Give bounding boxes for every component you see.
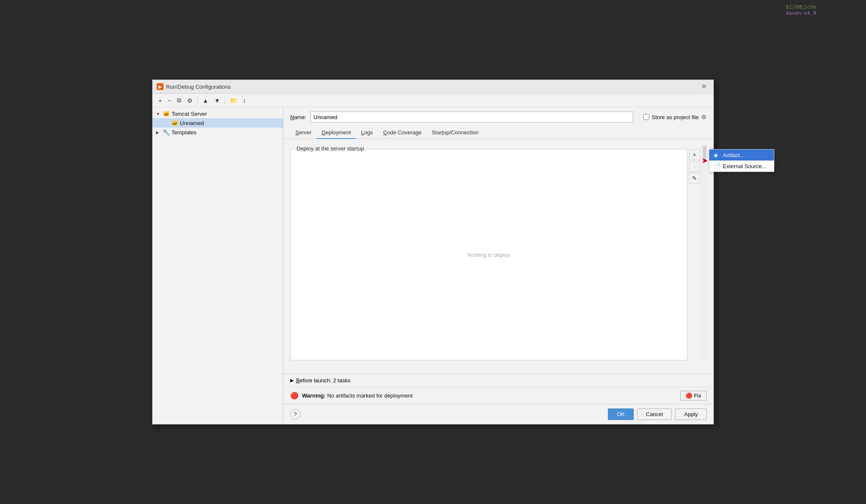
tomcat-server-label: Tomcat Server: [172, 111, 207, 117]
add-config-button[interactable]: +: [156, 96, 164, 105]
gear-icon[interactable]: ⚙: [701, 114, 707, 120]
move-down-artifact-button[interactable]: ↓: [689, 161, 700, 172]
external-source-label: External Source...: [723, 163, 766, 169]
tree-arrow-templates: ▶: [156, 130, 161, 135]
apply-button[interactable]: Apply: [675, 409, 707, 420]
dropdown-arrow-icon: ➤: [702, 156, 708, 165]
cancel-button[interactable]: Cancel: [637, 409, 672, 420]
dialog-body: ▼ 🐱 Tomcat Server 🐱 Unnamed ▶ 🔧 Template…: [153, 107, 713, 424]
external-source-icon: 📄: [713, 163, 720, 169]
toolbar: + − ⧉ ⚙ ▲ ▼ 📁 ↕: [153, 94, 713, 107]
before-launch-toggle[interactable]: ▶: [290, 378, 294, 383]
tabs-bar: Server Deployment Logs Code Coverage Sta…: [283, 127, 713, 139]
name-input[interactable]: [310, 112, 633, 123]
warning-text: Warning: No artifacts marked for deploym…: [302, 392, 413, 399]
dropdown-wrapper: ➤ ◈ Artifact... 📄 External S: [702, 149, 774, 172]
warning-detail: No artifacts marked for deployment: [326, 392, 413, 399]
tree-item-templates[interactable]: ▶ 🔧 Templates: [153, 128, 283, 137]
side-buttons-container: + ➤ ◈ Artifact...: [689, 144, 700, 360]
tree-arrow-tomcat: ▼: [156, 112, 161, 116]
toolbar-separator-1: [197, 97, 198, 104]
templates-label: Templates: [172, 129, 196, 136]
deploy-outer: Deploy at the server startup Nothing to …: [290, 144, 707, 360]
warning-bold: Warning:: [302, 392, 326, 399]
sort-button[interactable]: ↕: [240, 96, 248, 105]
remove-config-button[interactable]: −: [165, 96, 174, 105]
warning-icon: 🔴: [290, 392, 299, 400]
title-bar: ▶ Run/Debug Configurations ✕: [153, 80, 713, 94]
tab-deployment[interactable]: Deployment: [316, 127, 356, 139]
tab-server[interactable]: Server: [290, 127, 316, 139]
bottom-left: ?: [290, 409, 605, 420]
fix-label: Fix: [694, 392, 701, 399]
move-up-button[interactable]: ▲: [200, 96, 211, 105]
edit-artifact-button[interactable]: ✎: [689, 173, 700, 184]
tomcat-server-icon: 🐱: [163, 110, 170, 117]
move-down-button[interactable]: ▼: [212, 96, 223, 105]
dropdown-item-artifact[interactable]: ◈ Artifact...: [709, 150, 774, 161]
fix-icon: 🔴: [686, 392, 692, 399]
deploy-section: Deploy at the server startup Nothing to …: [290, 149, 687, 360]
dialog-icon: ▶: [157, 83, 163, 90]
title-bar-left: ▶ Run/Debug Configurations: [157, 83, 231, 90]
run-debug-dialog: ▶ Run/Debug Configurations ✕ + − ⧉ ⚙ ▲ ▼…: [152, 79, 714, 425]
left-panel: ▼ 🐱 Tomcat Server 🐱 Unnamed ▶ 🔧 Template…: [153, 107, 283, 424]
deploy-empty-text: Nothing to deploy: [467, 252, 510, 258]
deploy-legend: Deploy at the server startup: [295, 145, 366, 152]
tree-item-unnamed[interactable]: 🐱 Unnamed: [153, 118, 283, 128]
close-button[interactable]: ✕: [699, 82, 709, 91]
unnamed-label: Unnamed: [180, 120, 204, 126]
tree-item-tomcat-server[interactable]: ▼ 🐱 Tomcat Server: [153, 109, 283, 118]
templates-icon: 🔧: [163, 129, 170, 136]
store-project-section: Store as project file ⚙: [643, 114, 707, 120]
name-label: Name:: [290, 114, 307, 120]
warning-bar: 🔴 Warning: No artifacts marked for deplo…: [283, 387, 713, 404]
before-launch-label: Before launch: 2 tasks: [296, 377, 351, 384]
fix-button[interactable]: 🔴 Fix: [680, 391, 707, 400]
dropdown-item-external-source[interactable]: 📄 External Source...: [709, 161, 774, 172]
dropdown-menu: ◈ Artifact... 📄 External Source...: [709, 149, 774, 172]
help-button[interactable]: ?: [290, 409, 300, 420]
before-launch-bar: ▶ Before launch: 2 tasks: [283, 373, 713, 387]
tab-content-deployment: Deploy at the server startup Nothing to …: [283, 139, 713, 373]
ide-code-line1: 01/XMLSche: [786, 4, 862, 10]
unnamed-icon: 🐱: [171, 120, 178, 126]
ok-button[interactable]: OK: [608, 409, 634, 420]
store-project-checkbox[interactable]: [643, 114, 649, 120]
copy-config-button[interactable]: ⧉: [174, 95, 184, 105]
tab-logs[interactable]: Logs: [356, 127, 378, 139]
dialog-title: Run/Debug Configurations: [166, 84, 231, 90]
deploy-scrollbar[interactable]: [702, 144, 707, 360]
bottom-bar: ? OK Cancel Apply: [283, 404, 713, 424]
tab-startup-connection[interactable]: Startup/Connection: [427, 127, 484, 139]
folder-button[interactable]: 📁: [227, 96, 240, 105]
toolbar-separator-2: [225, 97, 225, 104]
add-button-wrapper: + ➤ ◈ Artifact...: [689, 149, 700, 160]
ide-code-line2: maven-v4_0: [786, 10, 862, 16]
settings-button[interactable]: ⚙: [185, 96, 195, 105]
name-row: Name: Store as project file ⚙: [283, 107, 713, 127]
right-panel: Name: Store as project file ⚙ Server Dep…: [283, 107, 713, 424]
tab-code-coverage[interactable]: Code Coverage: [378, 127, 427, 139]
store-project-label: Store as project file: [652, 114, 699, 120]
artifact-label: Artifact...: [723, 152, 744, 158]
artifact-icon: ◈: [713, 152, 720, 158]
deploy-area: Nothing to deploy: [291, 150, 687, 360]
add-artifact-button[interactable]: +: [689, 149, 700, 160]
